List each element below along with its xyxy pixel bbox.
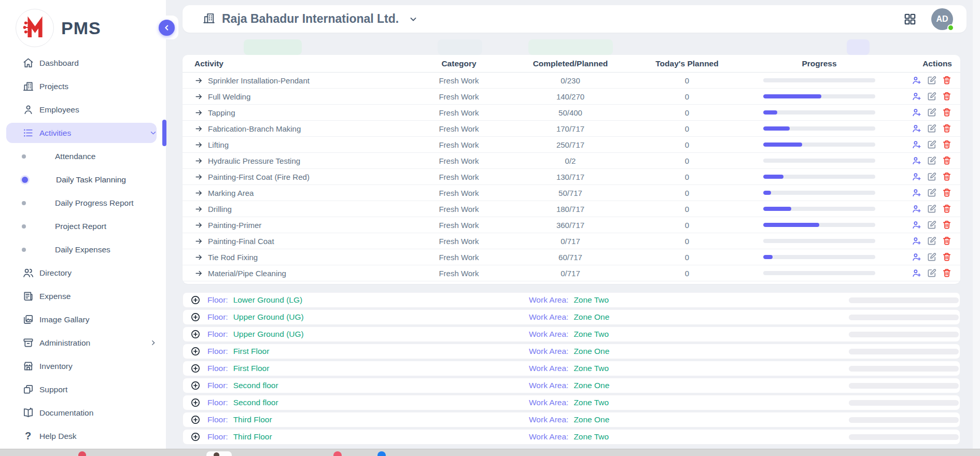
delete-button[interactable] [942, 220, 952, 230]
avatar-initials: AD [936, 15, 948, 24]
todays-planned-value: 0 [620, 269, 754, 278]
assign-user-button[interactable] [912, 188, 922, 198]
edit-button[interactable] [927, 172, 937, 182]
taskbar-app-icon[interactable] [206, 451, 232, 456]
home-icon [22, 57, 34, 69]
activity-category: Fresh Work [397, 253, 521, 262]
delete-button[interactable] [942, 155, 952, 166]
assign-user-button[interactable] [912, 204, 922, 214]
delete-button[interactable] [942, 252, 952, 262]
sidebar-item-support[interactable]: Support [0, 378, 166, 401]
sidebar-subitem-daily-progress-report[interactable]: Daily Progress Report [0, 191, 166, 215]
assign-user-button[interactable] [912, 252, 922, 262]
delete-button[interactable] [942, 172, 952, 182]
todays-planned-value: 0 [620, 92, 754, 101]
sidebar-item-projects[interactable]: Projects [0, 75, 166, 98]
expand-floor-button[interactable] [190, 329, 201, 339]
assign-user-button[interactable] [912, 220, 922, 230]
sidebar-item-directory[interactable]: Directory [0, 261, 166, 284]
taskbar-dot-icon[interactable] [377, 451, 386, 456]
assign-user-button[interactable] [912, 107, 922, 118]
progress-fill [763, 223, 819, 227]
assign-user-button[interactable] [912, 236, 922, 246]
company-selector[interactable]: Raja Bahadur International Ltd. [202, 11, 418, 27]
assign-user-button[interactable] [912, 123, 922, 134]
edit-icon [927, 139, 937, 150]
progress-fill [763, 207, 791, 211]
delete-button[interactable] [942, 91, 952, 102]
delete-button[interactable] [942, 236, 952, 246]
assign-user-button[interactable] [912, 172, 922, 182]
assign-user-button[interactable] [912, 268, 922, 278]
sidebar-item-administration[interactable]: Administration [0, 331, 166, 354]
expand-floor-button[interactable] [190, 380, 201, 391]
expand-floor-button[interactable] [190, 346, 201, 357]
sidebar-item-image-gallary[interactable]: Image Gallary [0, 308, 166, 331]
expand-floor-button[interactable] [190, 363, 201, 374]
sidebar-item-dashboard[interactable]: Dashboard [0, 51, 166, 75]
sidebar-subitem-daily-task-planning[interactable]: Daily Task Planning [0, 168, 166, 191]
book-icon [22, 407, 34, 419]
floor-value: Lower Ground (LG) [233, 295, 303, 305]
assign-user-button[interactable] [912, 91, 922, 102]
edit-button[interactable] [927, 75, 937, 86]
expand-floor-button[interactable] [190, 397, 201, 408]
gallery-icon [22, 314, 34, 325]
delete-button[interactable] [942, 268, 952, 278]
nav-item-label: Image Gallary [39, 315, 89, 324]
edit-button[interactable] [927, 107, 937, 118]
sidebar-item-employees[interactable]: Employees [0, 98, 166, 121]
delete-button[interactable] [942, 204, 952, 214]
progress-bar [763, 94, 875, 98]
assign-user-button[interactable] [912, 155, 922, 166]
apps-grid-button[interactable] [903, 12, 917, 26]
activity-name: Sprinkler Installation-Pendant [208, 76, 310, 85]
delete-button[interactable] [942, 139, 952, 150]
activity-category: Fresh Work [397, 124, 521, 133]
delete-button[interactable] [942, 107, 952, 118]
user-avatar[interactable]: AD [931, 8, 953, 30]
sidebar-subitem-project-report[interactable]: Project Report [0, 215, 166, 238]
edit-button[interactable] [927, 155, 937, 166]
edit-button[interactable] [927, 204, 937, 214]
activity-name: Tapping [208, 108, 235, 117]
sidebar-item-help-desk[interactable]: ?Help Desk [0, 424, 166, 448]
delete-button[interactable] [942, 123, 952, 134]
progress-bar [763, 223, 875, 227]
edit-button[interactable] [927, 123, 937, 134]
nav-item-label: Projects [39, 82, 68, 91]
scrollbar[interactable] [973, 0, 980, 449]
progress-bar [763, 142, 875, 147]
expand-floor-button[interactable] [190, 312, 201, 322]
floor-value: Second floor [233, 381, 278, 390]
sidebar-item-documentation[interactable]: Documentation [0, 401, 166, 424]
edit-button[interactable] [927, 188, 937, 198]
edit-button[interactable] [927, 220, 937, 230]
taskbar-dot-icon[interactable] [333, 451, 342, 456]
assign-user-button[interactable] [912, 139, 922, 150]
edit-button[interactable] [927, 252, 937, 262]
sidebar-item-expense[interactable]: Expense [0, 284, 166, 308]
edit-button[interactable] [927, 139, 937, 150]
floor-value: Upper Ground (UG) [233, 330, 304, 339]
delete-button[interactable] [942, 75, 952, 86]
expand-floor-button[interactable] [190, 432, 201, 442]
nav-item-label: Help Desk [39, 432, 77, 441]
delete-button[interactable] [942, 188, 952, 198]
sidebar-item-inventory[interactable]: Inventory [0, 354, 166, 378]
sidebar-item-activities[interactable]: Activities [0, 121, 166, 145]
edit-button[interactable] [927, 91, 937, 102]
edit-button[interactable] [927, 236, 937, 246]
expand-floor-button[interactable] [190, 295, 201, 305]
ghost-chip [847, 39, 870, 55]
sidebar-subitem-attendance[interactable]: Attendance [0, 145, 166, 168]
assign-user-button[interactable] [912, 75, 922, 86]
trash-icon [942, 155, 952, 166]
nav-item-label: Dashboard [39, 59, 79, 68]
sidebar-collapse-button[interactable] [159, 20, 175, 36]
sidebar-subitem-daily-expenses[interactable]: Daily Expenses [0, 238, 166, 261]
taskbar-dot-icon[interactable] [78, 451, 86, 456]
work-area-label: Work Area: [529, 347, 568, 356]
expand-floor-button[interactable] [190, 415, 201, 425]
edit-button[interactable] [927, 268, 937, 278]
